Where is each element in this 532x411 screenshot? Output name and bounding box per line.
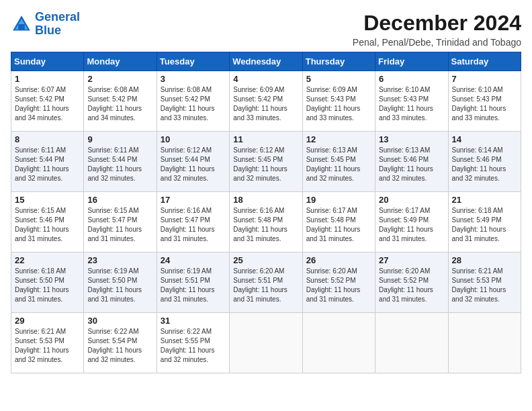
day-info: Sunrise: 6:21 AM Sunset: 5:53 PM Dayligh… — [15, 327, 80, 365]
day-info: Sunrise: 6:14 AM Sunset: 5:46 PM Dayligh… — [452, 146, 517, 183]
calendar-cell: 23Sunrise: 6:19 AM Sunset: 5:50 PM Dayli… — [84, 253, 157, 313]
day-number: 28 — [452, 255, 517, 265]
day-info: Sunrise: 6:09 AM Sunset: 5:42 PM Dayligh… — [233, 85, 298, 123]
calendar-cell: 10Sunrise: 6:12 AM Sunset: 5:44 PM Dayli… — [157, 132, 229, 192]
calendar-cell: 6Sunrise: 6:10 AM Sunset: 5:43 PM Daylig… — [375, 71, 448, 132]
day-info: Sunrise: 6:19 AM Sunset: 5:51 PM Dayligh… — [161, 267, 226, 304]
day-number: 1 — [15, 74, 80, 84]
calendar-cell: 25Sunrise: 6:20 AM Sunset: 5:51 PM Dayli… — [230, 253, 302, 313]
calendar-cell: 22Sunrise: 6:18 AM Sunset: 5:50 PM Dayli… — [11, 253, 84, 313]
title-block: December 2024 Penal, Penal/Debe, Trinida… — [353, 11, 521, 48]
logo-text: General Blue — [35, 11, 80, 38]
day-number: 8 — [15, 134, 80, 144]
calendar-cell — [448, 313, 521, 373]
day-info: Sunrise: 6:16 AM Sunset: 5:48 PM Dayligh… — [233, 206, 298, 244]
day-number: 2 — [87, 74, 152, 84]
day-number: 6 — [379, 74, 444, 84]
calendar-cell: 16Sunrise: 6:15 AM Sunset: 5:47 PM Dayli… — [84, 192, 157, 253]
day-number: 16 — [87, 195, 152, 205]
calendar-cell: 13Sunrise: 6:13 AM Sunset: 5:46 PM Dayli… — [375, 132, 448, 192]
weekday-header: Monday — [84, 52, 157, 71]
day-number: 14 — [452, 134, 517, 144]
day-info: Sunrise: 6:19 AM Sunset: 5:50 PM Dayligh… — [87, 267, 152, 304]
calendar-cell: 17Sunrise: 6:16 AM Sunset: 5:47 PM Dayli… — [157, 192, 229, 253]
day-info: Sunrise: 6:22 AM Sunset: 5:54 PM Dayligh… — [87, 327, 152, 365]
calendar-cell: 9Sunrise: 6:11 AM Sunset: 5:44 PM Daylig… — [84, 132, 157, 192]
weekday-header: Friday — [375, 52, 448, 71]
day-info: Sunrise: 6:07 AM Sunset: 5:42 PM Dayligh… — [15, 85, 80, 123]
calendar-cell: 1Sunrise: 6:07 AM Sunset: 5:42 PM Daylig… — [11, 71, 84, 132]
location-title: Penal, Penal/Debe, Trinidad and Tobago — [353, 37, 521, 48]
day-number: 9 — [87, 134, 152, 144]
day-number: 7 — [452, 74, 517, 84]
calendar-cell: 5Sunrise: 6:09 AM Sunset: 5:43 PM Daylig… — [302, 71, 375, 132]
calendar-cell: 14Sunrise: 6:14 AM Sunset: 5:46 PM Dayli… — [448, 132, 521, 192]
calendar-week-row: 15Sunrise: 6:15 AM Sunset: 5:46 PM Dayli… — [11, 192, 521, 253]
day-info: Sunrise: 6:20 AM Sunset: 5:52 PM Dayligh… — [379, 267, 444, 304]
calendar-cell: 18Sunrise: 6:16 AM Sunset: 5:48 PM Dayli… — [230, 192, 302, 253]
day-number: 10 — [161, 134, 226, 144]
weekday-header: Sunday — [11, 52, 84, 71]
day-number: 4 — [233, 74, 298, 84]
calendar-cell: 12Sunrise: 6:13 AM Sunset: 5:45 PM Dayli… — [302, 132, 375, 192]
day-info: Sunrise: 6:08 AM Sunset: 5:42 PM Dayligh… — [161, 85, 226, 123]
calendar-cell: 29Sunrise: 6:21 AM Sunset: 5:53 PM Dayli… — [11, 313, 84, 373]
calendar-cell: 7Sunrise: 6:10 AM Sunset: 5:43 PM Daylig… — [448, 71, 521, 132]
day-number: 24 — [161, 255, 226, 265]
month-title: December 2024 — [353, 11, 521, 36]
day-number: 21 — [452, 195, 517, 205]
weekday-header: Tuesday — [157, 52, 229, 71]
day-number: 31 — [161, 316, 226, 326]
weekday-header: Thursday — [302, 52, 375, 71]
weekday-header-row: SundayMondayTuesdayWednesdayThursdayFrid… — [11, 52, 521, 71]
calendar-week-row: 22Sunrise: 6:18 AM Sunset: 5:50 PM Dayli… — [11, 253, 521, 313]
calendar-cell: 3Sunrise: 6:08 AM Sunset: 5:42 PM Daylig… — [157, 71, 229, 132]
day-info: Sunrise: 6:15 AM Sunset: 5:46 PM Dayligh… — [15, 206, 80, 244]
calendar-cell: 15Sunrise: 6:15 AM Sunset: 5:46 PM Dayli… — [11, 192, 84, 253]
day-number: 11 — [233, 134, 298, 144]
day-info: Sunrise: 6:20 AM Sunset: 5:52 PM Dayligh… — [306, 267, 371, 304]
day-info: Sunrise: 6:17 AM Sunset: 5:49 PM Dayligh… — [379, 206, 444, 244]
day-info: Sunrise: 6:15 AM Sunset: 5:47 PM Dayligh… — [87, 206, 152, 244]
logo-icon — [11, 13, 32, 35]
logo: General Blue — [11, 11, 80, 38]
day-info: Sunrise: 6:16 AM Sunset: 5:47 PM Dayligh… — [161, 206, 226, 244]
calendar-cell — [230, 313, 302, 373]
svg-rect-2 — [18, 24, 25, 30]
calendar-cell: 19Sunrise: 6:17 AM Sunset: 5:48 PM Dayli… — [302, 192, 375, 253]
weekday-header: Saturday — [448, 52, 521, 71]
day-number: 26 — [306, 255, 371, 265]
calendar-cell: 11Sunrise: 6:12 AM Sunset: 5:45 PM Dayli… — [230, 132, 302, 192]
day-info: Sunrise: 6:22 AM Sunset: 5:55 PM Dayligh… — [161, 327, 226, 365]
calendar-cell: 28Sunrise: 6:21 AM Sunset: 5:53 PM Dayli… — [448, 253, 521, 313]
day-info: Sunrise: 6:20 AM Sunset: 5:51 PM Dayligh… — [233, 267, 298, 304]
day-info: Sunrise: 6:12 AM Sunset: 5:45 PM Dayligh… — [233, 146, 298, 183]
day-info: Sunrise: 6:17 AM Sunset: 5:48 PM Dayligh… — [306, 206, 371, 244]
calendar-cell — [302, 313, 375, 373]
calendar-cell — [375, 313, 448, 373]
day-number: 23 — [87, 255, 152, 265]
day-info: Sunrise: 6:11 AM Sunset: 5:44 PM Dayligh… — [87, 146, 152, 183]
calendar-cell: 4Sunrise: 6:09 AM Sunset: 5:42 PM Daylig… — [230, 71, 302, 132]
day-info: Sunrise: 6:10 AM Sunset: 5:43 PM Dayligh… — [379, 85, 444, 123]
calendar-table: SundayMondayTuesdayWednesdayThursdayFrid… — [11, 52, 521, 373]
day-number: 3 — [161, 74, 226, 84]
calendar-week-row: 1Sunrise: 6:07 AM Sunset: 5:42 PM Daylig… — [11, 71, 521, 132]
page-header: General Blue December 2024 Penal, Penal/… — [11, 11, 521, 48]
calendar-cell: 24Sunrise: 6:19 AM Sunset: 5:51 PM Dayli… — [157, 253, 229, 313]
day-number: 19 — [306, 195, 371, 205]
weekday-header: Wednesday — [230, 52, 302, 71]
day-number: 25 — [233, 255, 298, 265]
day-number: 15 — [15, 195, 80, 205]
day-number: 13 — [379, 134, 444, 144]
calendar-cell: 21Sunrise: 6:18 AM Sunset: 5:49 PM Dayli… — [448, 192, 521, 253]
day-info: Sunrise: 6:11 AM Sunset: 5:44 PM Dayligh… — [15, 146, 80, 183]
day-number: 30 — [87, 316, 152, 326]
calendar-cell: 30Sunrise: 6:22 AM Sunset: 5:54 PM Dayli… — [84, 313, 157, 373]
calendar-cell: 26Sunrise: 6:20 AM Sunset: 5:52 PM Dayli… — [302, 253, 375, 313]
day-info: Sunrise: 6:18 AM Sunset: 5:49 PM Dayligh… — [452, 206, 517, 244]
calendar-cell: 20Sunrise: 6:17 AM Sunset: 5:49 PM Dayli… — [375, 192, 448, 253]
day-number: 20 — [379, 195, 444, 205]
calendar-cell: 8Sunrise: 6:11 AM Sunset: 5:44 PM Daylig… — [11, 132, 84, 192]
day-info: Sunrise: 6:09 AM Sunset: 5:43 PM Dayligh… — [306, 85, 371, 123]
